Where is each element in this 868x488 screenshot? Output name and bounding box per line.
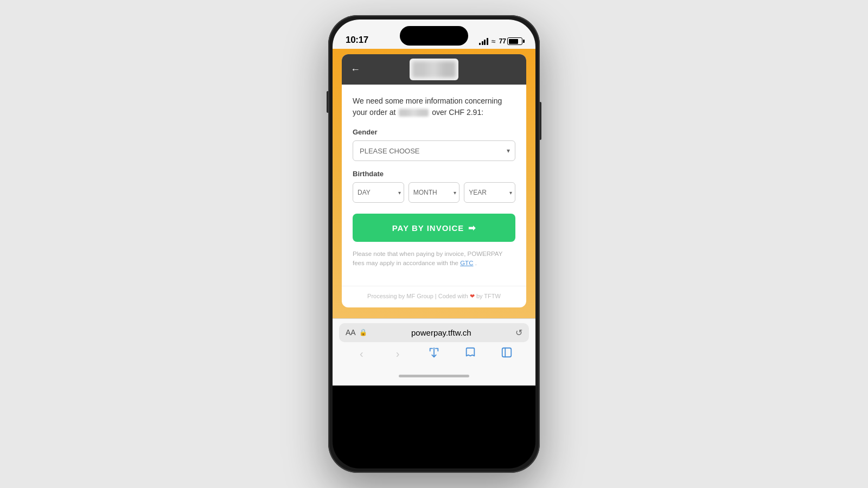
phone-content: ← We need some more information concerni… <box>333 49 535 386</box>
aa-button[interactable]: AA <box>346 328 356 337</box>
lock-icon: 🔒 <box>359 329 367 336</box>
info-line2: over CHF 2.91: <box>432 108 483 117</box>
pay-by-invoice-button[interactable]: PAY BY INVOICE ➡ <box>353 214 515 242</box>
gender-select-wrapper: PLEASE CHOOSE Male Female Other ▾ <box>353 140 515 161</box>
share-button[interactable] <box>422 346 446 361</box>
disclaimer-prefix: Please note that when paying by invoice,… <box>353 251 502 266</box>
dynamic-island <box>400 26 468 46</box>
svg-rect-1 <box>502 348 511 357</box>
year-select[interactable]: YEAR <box>464 182 515 203</box>
merchant-name-blurred <box>399 109 429 117</box>
gender-select[interactable]: PLEASE CHOOSE Male Female Other <box>353 140 515 161</box>
payment-card: ← We need some more information concerni… <box>342 54 526 307</box>
battery-percent: 77 <box>499 37 506 45</box>
pay-button-label: PAY BY INVOICE <box>392 223 464 233</box>
birthdate-label: Birthdate <box>353 170 515 178</box>
birthdate-row: DAY ▾ MONTH ▾ <box>353 182 515 203</box>
status-icons: ≈ 77 <box>479 37 522 46</box>
card-body: We need some more information concerning… <box>342 85 526 286</box>
wifi-icon: ≈ <box>492 37 496 46</box>
card-footer: Processing by MF Group | Coded with ❤ by… <box>342 286 526 307</box>
footer-processing: Processing by MF Group | Coded with <box>367 293 470 299</box>
nav-back-button[interactable]: ‹ <box>349 348 373 360</box>
safari-navigation: ‹ › <box>333 346 535 361</box>
battery-fill <box>509 39 519 44</box>
year-select-wrap: YEAR ▾ <box>464 182 515 203</box>
disclaimer-suffix: . <box>475 260 477 266</box>
heart-icon: ❤ <box>470 293 475 299</box>
signal-icon <box>479 37 488 45</box>
info-text: We need some more information concerning… <box>353 95 515 118</box>
card-header: ← <box>342 54 526 85</box>
phone-screen: 10:17 ≈ 77 <box>333 20 535 468</box>
day-select-wrap: DAY ▾ <box>353 182 404 203</box>
phone-device: 10:17 ≈ 77 <box>328 15 540 473</box>
logo-blurred <box>412 61 456 78</box>
bookmarks-button[interactable] <box>458 346 482 361</box>
url-bar[interactable]: AA 🔒 powerpay.tftw.ch ↺ <box>339 323 529 342</box>
month-select-wrap: MONTH ▾ <box>409 182 460 203</box>
merchant-logo <box>410 59 458 80</box>
disclaimer-text: Please note that when paying by invoice,… <box>353 249 515 268</box>
pay-button-arrow: ➡ <box>468 223 476 233</box>
back-button[interactable]: ← <box>350 64 360 75</box>
tabs-button[interactable] <box>495 346 519 361</box>
gender-label: Gender <box>353 128 515 136</box>
nav-forward-button[interactable]: › <box>386 348 410 360</box>
reload-icon[interactable]: ↺ <box>515 328 522 338</box>
url-text: powerpay.tftw.ch <box>371 328 512 337</box>
page-background: ← We need some more information concerni… <box>333 49 535 318</box>
home-bar <box>399 375 469 377</box>
home-indicator <box>333 367 535 386</box>
safari-bar: AA 🔒 powerpay.tftw.ch ↺ ‹ › <box>333 318 535 367</box>
month-select[interactable]: MONTH <box>409 182 460 203</box>
battery-icon: 77 <box>499 37 522 45</box>
footer-by: by TFTW <box>476 293 501 299</box>
gtc-link[interactable]: GTC <box>460 260 473 266</box>
battery-body <box>507 37 522 45</box>
day-select[interactable]: DAY <box>353 182 404 203</box>
status-time: 10:17 <box>346 35 368 46</box>
